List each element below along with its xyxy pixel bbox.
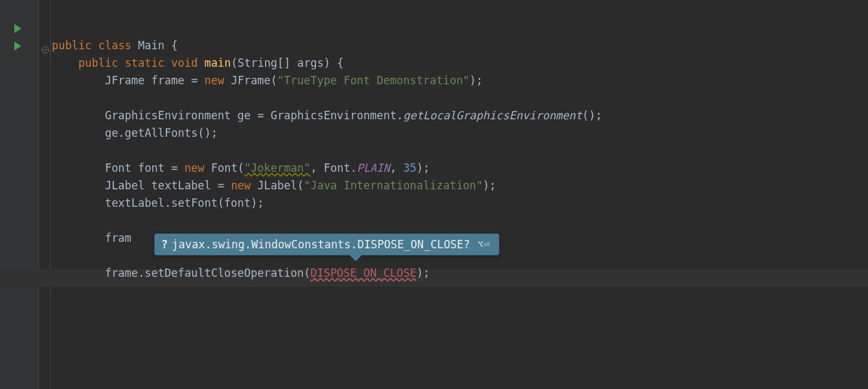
- code-text: frame.setDefaultCloseOperation(: [105, 266, 310, 279]
- keyword: static: [125, 56, 165, 69]
- code-text: textLabel =: [144, 179, 231, 192]
- code-text: , Font.: [310, 161, 357, 174]
- string-literal: "Java Internationalization": [304, 179, 483, 192]
- intention-hint-popup[interactable]: ? javax.swing.WindowConstants.DISPOSE_ON…: [154, 233, 499, 255]
- run-icon[interactable]: [14, 24, 21, 33]
- keyword: new: [185, 161, 205, 174]
- keyword: new: [231, 179, 251, 192]
- shortcut-hint: ⌥⏎: [478, 239, 490, 250]
- keyword: class: [98, 39, 131, 52]
- params: (String[] args) {: [231, 56, 343, 69]
- code-text: ge = GraphicsEnvironment.: [231, 109, 403, 122]
- static-method-call: getLocalGraphicsEnvironment: [403, 109, 582, 122]
- fold-gutter: [39, 0, 51, 389]
- keyword: new: [204, 74, 224, 87]
- keyword: public: [78, 56, 118, 69]
- code-text: fram: [105, 231, 131, 244]
- code-text: font =: [131, 161, 185, 174]
- method-name: main: [205, 56, 231, 69]
- code-text: );: [417, 266, 429, 279]
- keyword: public: [52, 39, 91, 52]
- code-text: textLabel.setFont(font);: [105, 196, 264, 209]
- brace: {: [165, 39, 177, 52]
- class-name: Main: [138, 39, 165, 52]
- string-literal: "TrueType Font Demonstration": [277, 74, 470, 87]
- code-text: ();: [582, 109, 602, 122]
- code-text: ,: [390, 161, 403, 174]
- unresolved-symbol: DISPOSE_ON_CLOSE: [310, 266, 417, 279]
- fold-toggle-icon[interactable]: [41, 43, 49, 51]
- hint-text: javax.swing.WindowConstants.DISPOSE_ON_C…: [172, 238, 470, 251]
- type: JLabel: [105, 179, 144, 192]
- type: JFrame: [105, 74, 144, 87]
- code-text: ge.getAllFonts();: [105, 126, 218, 139]
- type: JFrame(: [224, 74, 277, 87]
- type: JLabel(: [251, 179, 304, 192]
- keyword: void: [171, 56, 198, 69]
- code-text: );: [483, 179, 496, 192]
- run-icon[interactable]: [14, 41, 21, 51]
- type: GraphicsEnvironment: [105, 109, 231, 122]
- gutter: [0, 0, 39, 389]
- number-literal: 35: [404, 161, 417, 174]
- type: Font: [105, 161, 131, 174]
- code-text: );: [417, 161, 429, 174]
- constant: PLAIN: [357, 161, 390, 174]
- type: Font(: [204, 161, 244, 174]
- question-icon: ?: [161, 238, 168, 251]
- code-text: );: [470, 74, 483, 87]
- string-literal-warn: "Jokerman": [244, 161, 310, 174]
- code-text: frame =: [144, 74, 204, 87]
